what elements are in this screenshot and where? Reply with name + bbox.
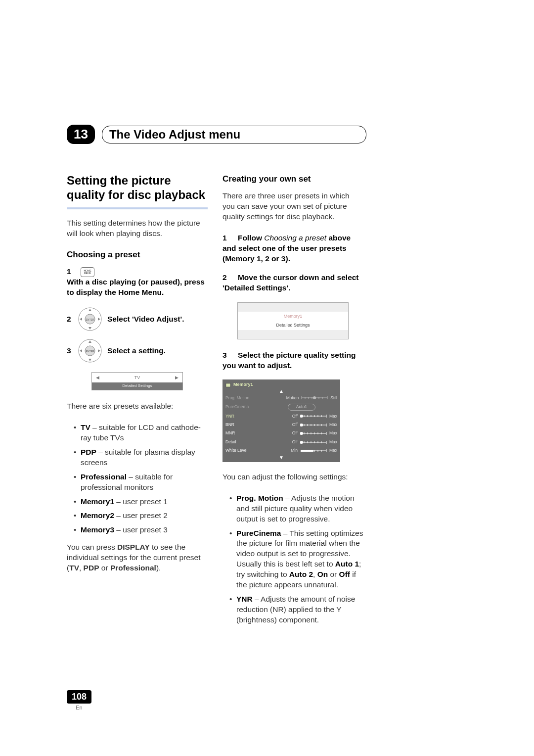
preset-name: PDP xyxy=(81,448,96,456)
preset-desc: – suitable for LCD and cathode-ray tube … xyxy=(81,423,201,442)
step-3: 3 ENTER Select a setting. xyxy=(67,338,208,363)
chapter-number-badge: 13 xyxy=(67,125,95,144)
svg-point-54 xyxy=(300,432,303,435)
text: You can press xyxy=(67,543,117,551)
list-item: Prog. Motion – Adjusts the motion and st… xyxy=(229,493,363,524)
setting-value-pill: Auto1 xyxy=(288,404,315,410)
text: ). xyxy=(156,564,161,572)
subsection-heading: Choosing a preset xyxy=(67,249,208,261)
detailed-settings-row: Detailed Settings xyxy=(92,382,182,390)
text: or xyxy=(99,564,110,572)
list-item: PureCinema – This setting optimizes the … xyxy=(229,528,363,591)
adjust-intro: You can adjust the following settings: xyxy=(222,472,363,482)
step-number: 2 xyxy=(222,273,231,283)
detailed-settings-panel: Memory1 ▲ Prog. Motion MotionStill PureC… xyxy=(222,379,340,462)
slider-min-label: Motion xyxy=(286,395,301,400)
section-heading: Setting the picture quality for disc pla… xyxy=(67,174,208,202)
slider-min-label: Off xyxy=(292,430,300,435)
memory-panel: Memory1 Detailed Settings xyxy=(237,302,349,339)
preset-selected-label: TV xyxy=(134,375,140,380)
svg-marker-4 xyxy=(89,327,91,330)
preset-desc: – user preset 3 xyxy=(114,525,168,534)
step-2-text: Select 'Video Adjust'. xyxy=(107,314,184,325)
setting-name: MNR xyxy=(222,429,263,437)
preset-name: Professional xyxy=(81,472,127,481)
slider-icon xyxy=(300,423,327,427)
svg-marker-12 xyxy=(80,349,82,352)
left-arrow-icon: ◀ xyxy=(96,375,99,380)
svg-marker-6 xyxy=(98,318,100,321)
slider-max-label: Still xyxy=(328,395,337,400)
step-number: 1 xyxy=(222,233,231,243)
slider-max-label: Max xyxy=(327,439,337,444)
setting-name: Prog. Motion xyxy=(236,494,283,502)
svg-point-44 xyxy=(300,424,303,426)
slider-min-label: Min xyxy=(291,448,300,453)
step-3-text: Select the picture quality setting you w… xyxy=(222,351,356,370)
text: , xyxy=(79,564,84,572)
setting-name: YNR xyxy=(222,412,263,421)
step-number: 3 xyxy=(222,350,231,361)
svg-point-34 xyxy=(300,415,303,418)
preset-selector-panel: ◀ TV ▶ Detailed Settings xyxy=(91,372,183,390)
step-1-text: With a disc playing (or paused), press t… xyxy=(67,277,208,298)
step-2: 2 ENTER Select 'Video Adjust'. xyxy=(67,307,208,331)
chapter-title: The Video Adjust menu xyxy=(109,128,240,142)
slider-max-label: Max xyxy=(327,448,337,453)
list-item: Memory2 – user preset 2 xyxy=(74,511,208,521)
svg-marker-11 xyxy=(89,359,91,361)
list-item: PDP – suitable for plasma display screen… xyxy=(74,447,208,468)
table-row: YNR OffMax xyxy=(222,412,340,421)
setting-name: Detail xyxy=(222,438,263,446)
language-label: En xyxy=(67,705,91,710)
heading-underline xyxy=(67,207,208,209)
panel-bottom xyxy=(238,330,348,339)
slider-icon xyxy=(301,396,328,400)
scroll-up-arrow-icon: ▲ xyxy=(222,389,340,394)
svg-marker-13 xyxy=(98,349,100,352)
display-note: You can press DISPLAY to see the individ… xyxy=(67,542,208,573)
list-item: Memory1 – user preset 1 xyxy=(74,497,208,507)
text: , xyxy=(313,570,317,578)
preset-name: TV xyxy=(81,423,90,431)
step-2-text: Move the cursor down and select 'Detaile… xyxy=(222,273,359,292)
slider-min-label: Off xyxy=(292,439,300,444)
settings-description-list: Prog. Motion – Adjusts the motion and st… xyxy=(222,493,363,625)
section-intro: This setting determines how the picture … xyxy=(67,218,208,239)
svg-text:ENTER: ENTER xyxy=(86,350,94,353)
preset-name: Memory1 xyxy=(81,497,114,506)
svg-rect-14 xyxy=(226,383,230,387)
page-footer: 108 En xyxy=(67,690,91,710)
text: PDP xyxy=(84,564,99,572)
svg-text:ENTER: ENTER xyxy=(86,318,94,321)
setting-name: PureCinema xyxy=(222,402,263,412)
slider-max-label: Max xyxy=(327,414,337,419)
text: Follow xyxy=(238,234,264,242)
setting-name: YNR xyxy=(236,595,253,603)
step-1: 1 Follow Choosing a preset above and sel… xyxy=(222,233,363,264)
table-row: MNR OffMax xyxy=(222,429,340,437)
panel-title: Memory1 xyxy=(233,381,253,387)
slider-min-label: Off xyxy=(292,422,300,427)
dpad-enter-icon: ENTER xyxy=(78,338,102,363)
list-item: Memory3 – user preset 3 xyxy=(74,525,208,535)
svg-marker-3 xyxy=(89,309,91,311)
preset-desc: – user preset 1 xyxy=(114,497,168,506)
table-row: BNR OffMax xyxy=(222,421,340,429)
svg-marker-5 xyxy=(80,318,82,321)
text: Off xyxy=(339,570,350,578)
settings-icon xyxy=(225,382,231,387)
left-column: Setting the picture quality for disc pla… xyxy=(67,174,208,632)
page-number-badge: 108 xyxy=(67,690,91,704)
list-item: Professional – suitable for professional… xyxy=(74,472,208,493)
dpad-enter-icon: ENTER xyxy=(78,307,102,331)
list-item: TV – suitable for LCD and cathode-ray tu… xyxy=(74,423,208,443)
table-row: PureCinema Auto1 xyxy=(222,402,340,412)
setting-desc: – Adjusts the amount of noise reduction … xyxy=(236,595,355,624)
setting-name: BNR xyxy=(222,421,263,429)
home-menu-button-icon: HOME MENU xyxy=(81,267,94,277)
text: Auto 2 xyxy=(289,570,313,578)
svg-point-64 xyxy=(300,441,303,444)
setting-name: PureCinema xyxy=(236,529,281,537)
display-key: DISPLAY xyxy=(117,543,150,551)
